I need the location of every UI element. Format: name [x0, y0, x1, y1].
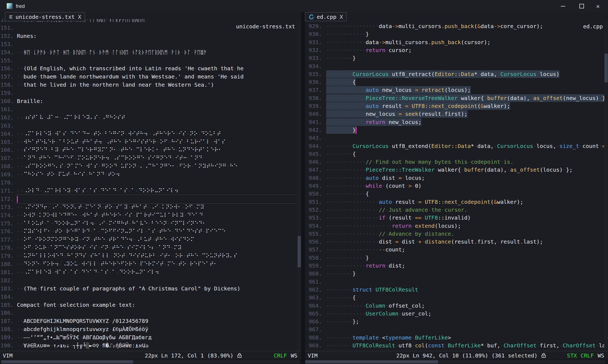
code-line-968[interactable]: 968.········template·<typename·BufferLik…: [305, 334, 608, 342]
code-line-173[interactable]: 173.··⠠⠍⠊⠝⠙⠖·⠠⠊·⠙⠕⠝⠄⠞·⠍⠑⠁⠝·⠞⠕·⠎⠁⠽·⠞⠓⠁⠞·⠠…: [0, 203, 301, 211]
lock-icon[interactable]: [237, 353, 242, 358]
code-line-935[interactable]: 935.········CursorLocus·utf8_retract(Edi…: [305, 70, 608, 78]
code-line-950[interactable]: 950.············{: [305, 190, 608, 198]
code-line-942[interactable]: 942.········}: [305, 126, 608, 134]
editor-content-right[interactable]: 929.················data->multi_cursors.…: [305, 19, 608, 351]
code-line-154[interactable]: 154.··ᚻᛖ·ᚳᚹᚫᚦ·ᚦᚫᛏ·ᚻᛖ·ᛒᚢᛞᛖ·ᚩᚾ·ᚦᚫᛗ·ᛚᚪᚾᛞᛖ·ᚾ…: [0, 48, 301, 57]
code-line-170[interactable]: 170.: [0, 179, 301, 187]
code-line-941[interactable]: 941.············return·new_locus;: [305, 118, 608, 126]
code-line-182[interactable]: 182.: [0, 277, 301, 285]
code-line-172[interactable]: 172.: [0, 195, 301, 203]
code-line-180[interactable]: 180.··⠙⠕⠝⠑·⠋⠕⠗⠲·⠠⠽⠕⠥·⠺⠊⠇⠇·⠞⠓⠑⠗⠑⠋⠕⠗⠑·⠏⠑⠗⠍…: [0, 260, 301, 268]
tab-close-icon[interactable]: X: [78, 14, 81, 20]
code-line-160[interactable]: 160.Braille:: [0, 97, 301, 105]
code-line-965[interactable]: 965.············UserColumn·user_col;: [305, 310, 608, 318]
code-line-933[interactable]: 933.········}: [305, 54, 608, 62]
code-line-169[interactable]: 169.··⠉⠓⠕⠎⠑·⠞⠕·⠏⠥⠞·⠓⠊⠎·⠓⠁⠝⠙·⠞⠕⠲: [0, 171, 301, 179]
code-line-957[interactable]: 957.················--count;: [305, 246, 608, 254]
code-line-161[interactable]: 161.: [0, 105, 301, 114]
code-line-178[interactable]: 178.··⠕⠋·⠕⠥⠗·⠁⠝⠉⠑⠎⠞⠕⠗⠎·⠊⠎·⠊⠝·⠞⠓⠑·⠎⠊⠍⠊⠇⠑⠆…: [0, 244, 301, 252]
code-line-177[interactable]: 177.··⠕⠋·⠊⠗⠕⠝⠍⠕⠝⠛⠑⠗⠽·⠊⠝·⠞⠓⠑·⠞⠗⠁⠙⠑⠲·⠠⠃⠥⠞·…: [0, 236, 301, 244]
code-line-936[interactable]: 936.········{: [305, 78, 608, 86]
code-line-168[interactable]: 168.··⠠⠎⠉⠗⠕⠕⠛⠑⠄⠎·⠝⠁⠍⠑·⠺⠁⠎·⠛⠕⠕⠙·⠥⠏⠕⠝·⠄⠠⠉⠓…: [0, 162, 301, 171]
lock-icon[interactable]: [541, 353, 546, 358]
scrollbar-thumb[interactable]: [305, 360, 438, 363]
code-line-949[interactable]: 949.············while·(count·>·0): [305, 182, 608, 190]
code-line-155[interactable]: 155.: [0, 57, 301, 65]
code-line-167[interactable]: 167.··⠁⠝⠙·⠞⠓⠑·⠉⠓⠊⠑⠋·⠍⠕⠥⠗⠝⠑⠗⠲·⠠⠎⠉⠗⠕⠕⠛⠑·⠎⠊…: [0, 154, 301, 162]
code-line-186[interactable]: 186.: [0, 309, 301, 317]
code-line-966[interactable]: 966.········};: [305, 318, 608, 326]
code-line-951[interactable]: 951.················auto·result·=·UTF8::…: [305, 198, 608, 206]
code-line-955[interactable]: 955.················//·Advance·by·distan…: [305, 230, 608, 238]
code-line-930[interactable]: 930.············}: [305, 30, 608, 38]
code-line-175[interactable]: 175.··⠁⠃⠕⠥⠞·⠁·⠙⠕⠕⠗⠤⠝⠁⠊⠇⠲·⠠⠊·⠍⠊⠛⠓⠞·⠓⠁⠧⠑·⠃…: [0, 220, 301, 228]
code-line-164[interactable]: 164.··⠠⠍⠁⠗⠇⠑⠽·⠺⠁⠎·⠙⠑⠁⠙⠒·⠞⠕·⠃⠑⠛⠊⠝·⠺⠊⠞⠓⠲·⠠…: [0, 130, 301, 138]
code-line-153[interactable]: 153.: [0, 40, 301, 48]
maximize-button[interactable]: [574, 0, 589, 12]
code-line-969[interactable]: 969.········UTF8ColResult·utf8·col(const…: [305, 342, 608, 350]
code-line-931[interactable]: 931.············data->multi_cursors.push…: [305, 38, 608, 47]
code-line-958[interactable]: 958.············}: [305, 254, 608, 262]
code-line-166[interactable]: 166.··⠎⠊⠛⠝⠑⠙·⠃⠽·⠞⠓⠑·⠉⠇⠑⠗⠛⠽⠍⠁⠝⠂·⠞⠓⠑·⠉⠇⠑⠗⠅…: [0, 146, 301, 154]
code-line-179[interactable]: 179.··⠥⠝⠓⠁⠇⠇⠕⠺⠑⠙·⠓⠁⠝⠙⠎·⠎⠓⠁⠇⠇·⠝⠕⠞·⠙⠊⠎⠞⠥⠗⠃…: [0, 252, 301, 260]
code-line-938[interactable]: 938.············PieceTree::ReverseTreeWa…: [305, 94, 608, 102]
code-line-932[interactable]: 932.············return·cursor;: [305, 46, 608, 54]
tab-close-icon[interactable]: X: [340, 14, 343, 20]
code-line-152[interactable]: 152.Runes:: [0, 32, 301, 40]
code-line-156[interactable]: 156.··(Old·English,·which·transcribed·in…: [0, 65, 301, 73]
scrollbar-thumb[interactable]: [604, 54, 608, 82]
code-line-929[interactable]: 929.················data->multi_cursors.…: [305, 22, 608, 31]
code-line-959[interactable]: 959.············return·dist;: [305, 262, 608, 270]
code-line-187[interactable]: 187.··ABCDEFGHIJKLMNOPQRSTUVWXYZ·/012345…: [0, 317, 301, 325]
code-line-939[interactable]: 939.············auto·result·=·UTF8::next…: [305, 102, 608, 110]
code-line-184[interactable]: 184.: [0, 293, 301, 301]
code-line-947[interactable]: 947.············PieceTree::TreeWalker·wa…: [305, 166, 608, 174]
code-line-159[interactable]: 159.: [0, 89, 301, 97]
status-flag-stx[interactable]: STX: [567, 352, 577, 359]
code-line-953[interactable]: 953.················if·(result·==·UTF8::…: [305, 214, 608, 222]
code-line-183[interactable]: 183.··(The·first·couple·of·paragraphs·of…: [0, 285, 301, 293]
code-line-185[interactable]: 185.Compact·font·selection·example·text:: [0, 301, 301, 309]
code-line-162[interactable]: 162.··⠰⠎⠞⠁⠧·⠼⠁⠒·⠠⠍⠁⠗⠇⠑⠽⠄⠎·⠠⠛⠓⠕⠎⠞: [0, 114, 301, 122]
code-line-948[interactable]: 948.············auto·dist·=·locus;: [305, 174, 608, 182]
code-line-960[interactable]: 960.········}: [305, 270, 608, 278]
status-flag-crlf[interactable]: CRLF: [581, 352, 594, 359]
code-line-171[interactable]: 171.··⠠⠕⠇⠙·⠠⠍⠁⠗⠇⠑⠽·⠺⠁⠎·⠁⠎·⠙⠑⠁⠙·⠁⠎·⠁·⠙⠕⠕⠗…: [0, 187, 301, 195]
code-line-962[interactable]: 962.········struct·UTF8ColResult: [305, 286, 608, 294]
code-line-934[interactable]: 934.: [305, 62, 608, 71]
code-line-945[interactable]: 945.········{: [305, 150, 608, 158]
status-flag-ws[interactable]: WS: [598, 352, 604, 359]
code-line-954[interactable]: 954.····················return·extend(lo…: [305, 222, 608, 230]
code-line-964[interactable]: 964.············Column·offset_col;: [305, 302, 608, 310]
code-line-961[interactable]: 961.: [305, 278, 608, 286]
code-line-158[interactable]: 158.··that·he·lived·in·the·northern·land…: [0, 81, 301, 89]
scrollbar-thumb[interactable]: [1, 360, 133, 363]
code-line-165[interactable]: 165.··⠺⠓⠁⠞⠑⠧⠑⠗·⠁⠃⠕⠥⠞·⠞⠓⠁⠞⠲·⠠⠞⠓⠑·⠗⠑⠛⠊⠎⠞⠑⠗…: [0, 138, 301, 146]
code-line-943[interactable]: 943.: [305, 134, 608, 142]
code-line-946[interactable]: 946.············//·Find·out·how·many·byt…: [305, 158, 608, 166]
code-line-163[interactable]: 163.: [0, 122, 301, 130]
status-flag-crlf[interactable]: CRLF: [274, 352, 287, 359]
minimize-button[interactable]: [555, 0, 571, 12]
vertical-scrollbar-left[interactable]: [297, 21, 301, 351]
code-line-956[interactable]: 956.················dist·=·dist·+·distan…: [305, 238, 608, 246]
code-line-940[interactable]: 940.············new_locus·=·seek(result.…: [305, 110, 608, 118]
scrollbar-thumb[interactable]: [298, 236, 301, 267]
tab-unicode-stress-txt[interactable]: unicode-stress.txt X: [5, 12, 85, 21]
code-line-181[interactable]: 181.··⠠⠍⠁⠗⠇⠑⠽·⠺⠁⠎·⠁⠎·⠙⠑⠁⠙·⠁⠎·⠁·⠙⠕⠕⠗⠤⠝⠁⠊⠇…: [0, 268, 301, 277]
code-line-937[interactable]: 937.············auto·new_locus·=·retract…: [305, 86, 608, 94]
code-line-176[interactable]: 176.··⠍⠽⠎⠑⠇⠋⠂·⠞⠕·⠗⠑⠛⠁⠗⠙·⠁·⠉⠕⠋⠋⠊⠝⠤⠝⠁⠊⠇·⠁⠎…: [0, 227, 301, 236]
code-line-174[interactable]: 174.··⠕⠺⠝·⠅⠝⠕⠺⠇⠑⠙⠛⠑⠂·⠺⠓⠁⠞·⠞⠓⠑⠗⠑·⠊⠎·⠏⠁⠗⠞⠊…: [0, 211, 301, 220]
code-line-944[interactable]: 944.········CursorLocus·utf8_extend(Edit…: [305, 142, 608, 150]
code-line-188[interactable]: 188.··abcdefghijklmnopqrstuvwxyz·£©µÀÆÖÞ…: [0, 325, 301, 333]
code-line-157[interactable]: 157.··bude·thaem·lande·northweardum·with…: [0, 73, 301, 81]
editor-content-left[interactable]: 150.··ᚦᚫᛏ·ᚻᛖ·ᛚᛁᚠᛞᛖ·ᚩᚾ·ᚦᚫᛗ·ᛚᚪᚾᛞᛖ·ᚾᚩᚱᚦᚹᛖᚪᚱ…: [0, 19, 301, 351]
tab-ed-cpp[interactable]: ++ ed.cpp X: [305, 12, 347, 21]
code-line-189[interactable]: 189.··–—‘’“”„†•…‰™œŠŸž€·ΑΒΓΔΩαβγδω·АБВГД…: [0, 333, 301, 342]
status-flag-ws[interactable]: WS: [291, 352, 297, 359]
code-line-963[interactable]: 963.········{: [305, 294, 608, 302]
close-button[interactable]: ✕: [590, 0, 606, 12]
code-line-967[interactable]: 967.: [305, 326, 608, 334]
code-line-952[interactable]: 952.················//·Just·advance·the·…: [305, 206, 608, 214]
